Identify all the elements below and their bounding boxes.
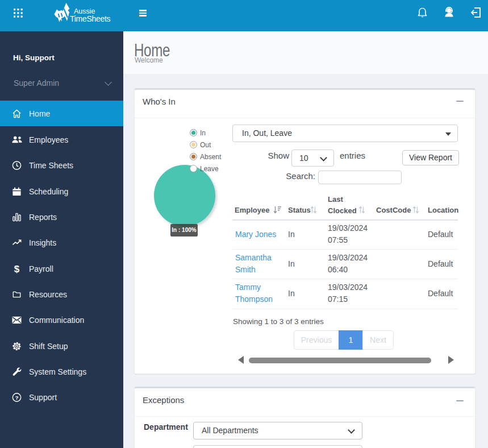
svg-text:?: ? <box>15 394 18 400</box>
svg-text:TimeSheets: TimeSheets <box>70 14 110 23</box>
